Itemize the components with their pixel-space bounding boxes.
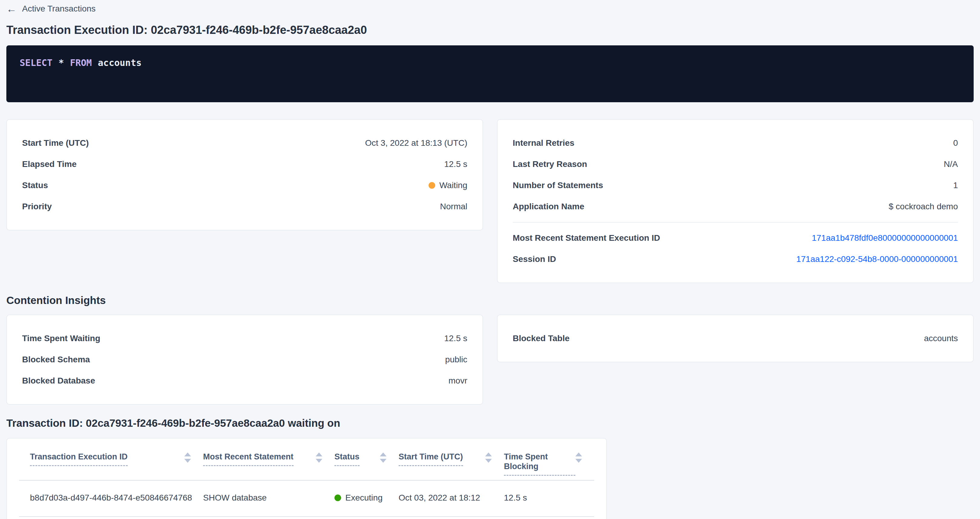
sql-statement: SELECT * FROM accounts: [20, 57, 960, 68]
time-spent-waiting-value: 12.5 s: [444, 333, 467, 344]
blocked-table-value: accounts: [924, 333, 958, 344]
back-arrow-icon[interactable]: ←: [6, 4, 17, 14]
page-title: Transaction Execution ID: 02ca7931-f246-…: [6, 23, 974, 37]
sql-star-operator: *: [59, 57, 64, 68]
column-header-label: Time Spent Blocking: [504, 452, 575, 476]
session-id-label: Session ID: [513, 254, 556, 264]
column-header-status[interactable]: Status: [334, 452, 399, 476]
internal-retries-value: 0: [953, 138, 958, 148]
column-header-label: Start Time (UTC): [399, 452, 463, 466]
transaction-details-card: Start Time (UTC) Oct 3, 2022 at 18:13 (U…: [6, 119, 483, 230]
row-most-recent-statement: SHOW database: [203, 493, 334, 503]
status-label: Status: [22, 180, 48, 190]
transaction-meta-card: Internal Retries 0 Last Retry Reason N/A…: [497, 119, 974, 283]
number-of-statements-label: Number of Statements: [513, 180, 603, 190]
application-name-row: Application Name $ cockroach demo: [513, 196, 958, 217]
sql-table-name: accounts: [98, 57, 142, 68]
priority-row: Priority Normal: [22, 196, 467, 217]
statement-execution-id-row: Most Recent Statement Execution ID 171aa…: [513, 227, 958, 249]
contention-insights-heading: Contention Insights: [6, 294, 974, 307]
application-name-label: Application Name: [513, 202, 584, 212]
sql-keyword-select: SELECT: [20, 57, 52, 68]
status-value: Waiting: [429, 180, 467, 190]
blocked-database-label: Blocked Database: [22, 376, 95, 386]
page: ← Active Transactions Transaction Execut…: [0, 0, 980, 519]
card-divider: [513, 222, 958, 222]
sql-keyword-from: FROM: [70, 57, 92, 68]
breadcrumb-label[interactable]: Active Transactions: [22, 4, 95, 14]
status-row: Status Waiting: [22, 175, 467, 196]
elapsed-time-label: Elapsed Time: [22, 159, 76, 169]
sort-icon[interactable]: [316, 452, 322, 463]
sql-query-box: SELECT * FROM accounts: [6, 45, 974, 102]
column-header-label: Transaction Execution ID: [30, 452, 128, 466]
column-header-most-recent-statement[interactable]: Most Recent Statement: [203, 452, 334, 476]
start-time-row: Start Time (UTC) Oct 3, 2022 at 18:13 (U…: [22, 132, 467, 154]
time-spent-waiting-row: Time Spent Waiting 12.5 s: [22, 328, 467, 349]
session-id-row: Session ID 171aa122-c092-54b8-0000-00000…: [513, 249, 958, 270]
session-id-link[interactable]: 171aa122-c092-54b8-0000-000000000001: [796, 254, 958, 264]
row-status: Executing: [334, 493, 399, 503]
blocked-table-label: Blocked Table: [513, 333, 570, 344]
last-retry-reason-label: Last Retry Reason: [513, 159, 587, 169]
sort-icon[interactable]: [380, 452, 387, 463]
status-executing-dot-icon: [334, 495, 341, 501]
priority-label: Priority: [22, 202, 52, 212]
column-header-label: Status: [334, 452, 360, 466]
sort-icon[interactable]: [184, 452, 191, 463]
row-time-spent-blocking: 12.5 s: [504, 493, 594, 503]
row-status-text: Executing: [345, 493, 383, 503]
row-start-time: Oct 03, 2022 at 18:12: [399, 493, 504, 503]
start-time-value: Oct 3, 2022 at 18:13 (UTC): [365, 138, 467, 148]
contention-insights-section: Time Spent Waiting 12.5 s Blocked Schema…: [6, 314, 974, 405]
table-row: b8d7d03a-d497-446b-8474-e50846674768 SHO…: [19, 481, 594, 517]
column-header-time-spent-blocking[interactable]: Time Spent Blocking: [504, 452, 594, 476]
internal-retries-label: Internal Retries: [513, 138, 574, 148]
transaction-summary-section: Start Time (UTC) Oct 3, 2022 at 18:13 (U…: [6, 119, 974, 283]
blocked-schema-label: Blocked Schema: [22, 354, 90, 365]
row-transaction-execution-id: b8d7d03a-d497-446b-8474-e50846674768: [19, 493, 203, 503]
status-text: Waiting: [439, 180, 467, 190]
number-of-statements-row: Number of Statements 1: [513, 175, 958, 196]
sort-icon[interactable]: [485, 452, 492, 463]
statement-execution-id-label: Most Recent Statement Execution ID: [513, 233, 660, 243]
blocked-table-row: Blocked Table accounts: [513, 328, 958, 349]
statement-execution-id-link[interactable]: 171aa1b478fdf0e80000000000000001: [812, 233, 958, 243]
contention-details-card: Time Spent Waiting 12.5 s Blocked Schema…: [6, 314, 483, 405]
blocked-database-value: movr: [449, 376, 467, 386]
priority-value: Normal: [440, 202, 467, 212]
status-waiting-dot-icon: [429, 182, 435, 189]
application-name-value: $ cockroach demo: [889, 202, 958, 212]
time-spent-waiting-label: Time Spent Waiting: [22, 333, 100, 344]
internal-retries-row: Internal Retries 0: [513, 132, 958, 154]
number-of-statements-value: 1: [953, 180, 958, 190]
last-retry-reason-row: Last Retry Reason N/A: [513, 154, 958, 175]
column-header-transaction-execution-id[interactable]: Transaction Execution ID: [19, 452, 203, 476]
waiting-on-heading: Transaction ID: 02ca7931-f246-469b-b2fe-…: [6, 417, 974, 430]
blocked-database-row: Blocked Database movr: [22, 370, 467, 391]
blocked-schema-value: public: [445, 354, 467, 365]
sort-icon[interactable]: [575, 452, 582, 463]
breadcrumb[interactable]: ← Active Transactions: [6, 0, 95, 14]
waiting-on-table-header: Transaction Execution ID Most Recent Sta…: [19, 438, 594, 481]
column-header-label: Most Recent Statement: [203, 452, 294, 466]
last-retry-reason-value: N/A: [944, 159, 958, 169]
waiting-on-table-card: Transaction Execution ID Most Recent Sta…: [6, 438, 607, 519]
blocked-schema-row: Blocked Schema public: [22, 349, 467, 370]
elapsed-time-row: Elapsed Time 12.5 s: [22, 154, 467, 175]
column-header-start-time[interactable]: Start Time (UTC): [399, 452, 504, 476]
start-time-label: Start Time (UTC): [22, 138, 89, 148]
blocked-table-card: Blocked Table accounts: [497, 314, 974, 362]
elapsed-time-value: 12.5 s: [444, 159, 467, 169]
